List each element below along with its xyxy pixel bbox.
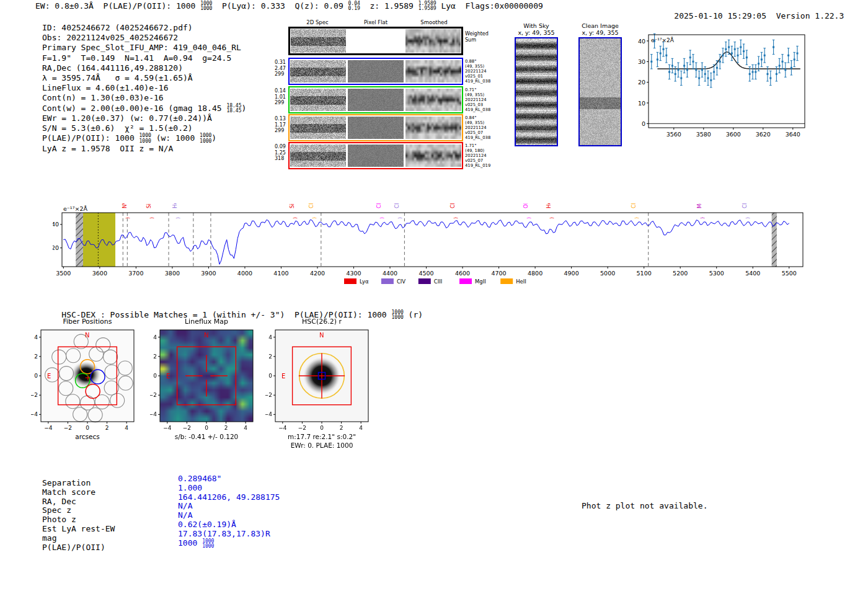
emission-line-label: MgII (696, 203, 702, 208)
emission-line-label: HeII (172, 203, 178, 208)
compass-east-label: E (166, 373, 170, 380)
full-spectrum-plot: 3500360037003800390040004100420043004400… (53, 203, 815, 291)
stacked-fraction: 10001000 (200, 1, 212, 11)
emission-line-marker: { (745, 216, 750, 219)
x-tick-label: 0 (205, 425, 208, 431)
emission-line-label: CII (631, 203, 637, 208)
x-tick-label: 4 (359, 425, 363, 431)
x-tick-label: 5100 (637, 270, 652, 277)
legend-label: CIII (434, 278, 442, 285)
emission-line-marker: { (125, 216, 130, 219)
emission-line-label: SiII (146, 203, 152, 208)
match-row-label: RA, Dec (42, 497, 115, 507)
legend-swatch (418, 278, 431, 284)
x-tick-label: 3560 (666, 131, 681, 138)
x-tick-label: 3900 (201, 270, 216, 277)
text-segment: ID: 4025246672 (4025246672.pdf) (42, 23, 193, 32)
legend-swatch (381, 278, 394, 284)
x-tick-label: 5500 (782, 270, 797, 277)
flux-units-annotation: e⁻¹⁷×2Å (651, 37, 675, 43)
emission-line-label: CII (376, 203, 382, 208)
clean-image-title: Clean Image x, y: 49, 355 (572, 22, 628, 36)
info-line: RA,Dec (164.441116,49.288120) (42, 63, 246, 73)
match-row-value: 1000 10001000 (178, 539, 280, 549)
map-xlabel: arcsecs (75, 433, 99, 440)
cutout-smooth-image (405, 144, 461, 167)
y-tick-label: 0 (268, 373, 272, 379)
cutout-row (288, 142, 463, 169)
legend-swatch (500, 278, 513, 284)
emission-line-marker: { (634, 216, 639, 219)
info-line: EWr = 1.20(±0.37) (w: 0.77(±0.24))Å (42, 113, 246, 123)
text-segment: 17.83(17.83,17.83)R (178, 529, 270, 538)
y-tick-label: 2 (268, 353, 272, 360)
emission-line-marker: { (526, 216, 531, 219)
cutout-row-meta: 0.71"(49, 355)20221124v025_03419_RL_038 (465, 87, 490, 112)
legend-label: HeII (516, 278, 526, 285)
clean-image-coords: x, y: 49, 355 (572, 29, 628, 36)
clean-image-label: Clean Image (572, 22, 628, 29)
clean-image-panel (578, 37, 622, 146)
cutout-spec-image (290, 89, 346, 111)
report-meta: 2025-01-10 15:29:05 Version 1.22.3 (655, 1, 844, 32)
map-xlabel: s/b: -0.41 +/- 0.120 (175, 433, 239, 440)
compass-north-label: N (85, 332, 89, 339)
cutout-row-meta: 1.71"(49, 180)20221124v025_07419_RL_019 (465, 143, 490, 168)
emission-line-marker: { (549, 216, 554, 219)
x-tick-label: 0 (86, 425, 89, 431)
text-segment: P(LAE)/P(OII): 1000 (104, 1, 201, 11)
y-tick-label: 4 (268, 334, 272, 340)
match-row-value: N/A (178, 511, 280, 520)
y-tick-label: −4 (265, 411, 272, 417)
text-segment: RA,Dec (164.441116,49.288120) (42, 63, 183, 73)
cutout-row-stats: 0.131.17299 (275, 116, 286, 134)
x-tick-label: 4100 (273, 270, 288, 277)
x-tick-label: 5000 (600, 270, 615, 277)
x-tick-label: 2 (340, 425, 343, 431)
stacked-fraction: 10001000 (200, 133, 211, 143)
text-segment: 164.441206, 49.288175 (178, 492, 280, 502)
info-line: P(LAE)/P(OII): 1000 10001000 (w: 1000 10… (42, 133, 246, 143)
y-tick-label: −2 (150, 392, 157, 398)
hsc-image-svg: NE−4−4−2−2002244HSC(26.2) rm:17.7 re:2.1… (265, 316, 380, 456)
emission-line-marker: { (379, 216, 384, 219)
text-segment: Cont(n) = 1.30(±0.03)e-16 (42, 93, 164, 102)
y-tick-label: −4 (31, 411, 38, 417)
cutout-blank-image (348, 29, 404, 53)
match-row-value: 1.000 (178, 484, 280, 493)
text-segment: S/N = 5.3(±0.6) χ² = 1.5(±0.2) (42, 123, 193, 133)
y-tick-label: 10 (638, 100, 645, 107)
with-sky-title: With Sky x, y: 49, 355 (508, 22, 564, 36)
text-segment: N/A (178, 501, 192, 510)
emission-line-marker: { (453, 216, 458, 219)
text-segment: LyA z = 1.9578 OII z = N/A (42, 144, 173, 153)
signal-band (83, 213, 115, 267)
elixer-report-page: EW: 0.8±0.3Å P(LAE)/P(OII): 1000 1000100… (0, 0, 868, 591)
hsc-plae-fraction: 10001000 (392, 310, 404, 320)
cutout-col-title: Pixel Flat (347, 19, 405, 25)
match-row-label: Match score (42, 488, 115, 497)
with-sky-label: With Sky (508, 22, 564, 29)
text-segment: (w: 1000 (151, 133, 200, 143)
text-segment: Cont(w) = 2.00(±0.00)e-16 (gmag 18.45 (42, 104, 226, 113)
text-segment: EW: 0.8±0.3Å (35, 1, 104, 11)
emission-line-marker: { (700, 216, 705, 219)
cutout-smooth-image (405, 89, 461, 111)
hsc-dex-filter: (r) (404, 310, 423, 319)
match-table-values: 0.289468"1.000164.441206, 49.288175N/AN/… (178, 474, 280, 549)
y-tick-label: 20 (53, 244, 59, 251)
x-tick-label: 4000 (237, 270, 252, 277)
info-line: Cont(w) = 2.00(±0.00)e-16 (gmag 18.45 18… (42, 104, 246, 113)
cutout-row-meta: 0.84"(49, 355)20221124v025_07419_RL_038 (465, 115, 490, 140)
emission-line-label: CIII (394, 203, 400, 208)
stacked-fraction: 1.95891.9589 (418, 1, 436, 11)
emission-line-label: NV (122, 203, 128, 208)
cutout-spec-image (290, 117, 346, 139)
hsc-image-map: NE−4−4−2−2002244HSC(26.2) rm:17.7 re:2.1… (265, 316, 380, 456)
legend-label: Lyα (360, 278, 369, 285)
legend-label: MgII (475, 278, 486, 285)
emission-line-label: CIII (308, 203, 314, 208)
legend-swatch (459, 278, 472, 284)
text-segment: ) (242, 104, 247, 113)
text-segment: Primary Spec_Slot_IFU_AMP: 419_040_046_R… (42, 43, 241, 52)
